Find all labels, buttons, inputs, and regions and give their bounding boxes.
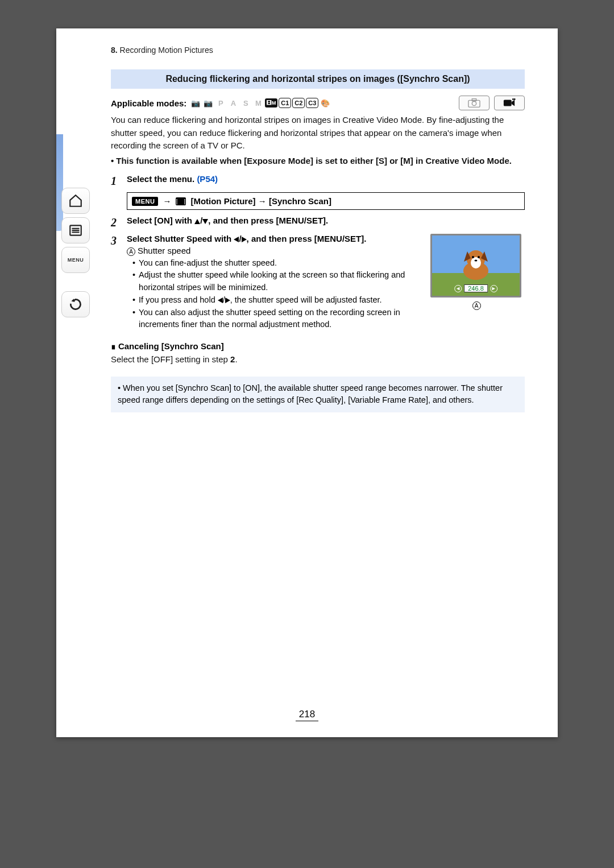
video-icon (503, 98, 516, 108)
svg-point-13 (472, 256, 474, 258)
step-num: 2 (111, 216, 127, 229)
section-title: Reducing flickering and horizontal strip… (111, 69, 525, 89)
cancel-c: . (235, 354, 237, 364)
sub-item-text: You can also adjust the shutter speed se… (139, 307, 424, 332)
step-1-link[interactable]: (P54) (197, 174, 218, 184)
right-icon (242, 237, 247, 242)
back-icon (68, 297, 83, 312)
breadcrumb: 8. Recording Motion Pictures (111, 46, 525, 55)
shutter-value: 246.8 (464, 284, 488, 292)
content: 8. Recording Motion Pictures Reducing fl… (95, 28, 541, 737)
mode-palette-icon: 🎨 (320, 97, 331, 109)
step-2-text: Select [ON] with /, and then press [MENU… (127, 216, 328, 225)
step-num: 1 (111, 174, 127, 188)
home-button[interactable] (61, 188, 90, 214)
mode-c3-icon: C3 (306, 98, 318, 108)
sub-item: If you press and hold /, the shutter spe… (132, 294, 424, 307)
value-bar: ◄ 246.8 ► (454, 284, 497, 292)
back-button[interactable] (61, 291, 90, 317)
breadcrumb-num: 8. (111, 46, 118, 55)
sub-item-text: If you press and hold /, the shutter spe… (139, 294, 382, 307)
modes-label: Applicable modes: (111, 98, 186, 108)
step-body: ◄ 246.8 ► A Select Shutter Speed with /,… (127, 234, 525, 331)
note-box: When you set [Synchro Scan] to [ON], the… (111, 377, 525, 413)
svg-rect-6 (472, 99, 476, 101)
mode-ia-icon: 📷 (190, 97, 201, 109)
dog-icon (456, 246, 496, 280)
camera-icon (468, 98, 480, 108)
film-icon (176, 197, 186, 205)
note-text: When you set [Synchro Scan] to [ON], the… (118, 382, 518, 407)
svg-point-15 (475, 259, 478, 261)
up-icon (194, 219, 200, 224)
mode-a-icon: A (227, 97, 239, 109)
page-number-text: 218 (296, 709, 318, 721)
step-body: Select [ON] with /, and then press [MENU… (127, 216, 525, 229)
steps: 1 Select the menu. (P54) MENU → [Motion … (111, 174, 525, 331)
viewer-background: MENU 8. Recording Motion Pictures Reduci… (0, 0, 614, 868)
right-icon (225, 297, 230, 303)
arrow-icon: → (163, 196, 171, 206)
step-num: 3 (111, 234, 127, 331)
step-body: Select the menu. (P54) (127, 174, 525, 188)
shutter-label: Shutter speed (138, 246, 190, 255)
svg-point-8 (512, 98, 514, 100)
intro-bullet: This function is available when [Exposur… (111, 155, 525, 168)
svg-point-12 (471, 257, 481, 268)
menu-chip: MENU (132, 197, 158, 206)
mode-c2-icon: C2 (292, 98, 305, 108)
list-icon (68, 223, 83, 238)
page: MENU 8. Recording Motion Pictures Reduci… (56, 28, 558, 737)
down-icon (202, 219, 208, 224)
intro-text: You can reduce flickering and horizontal… (111, 114, 525, 152)
svg-rect-7 (504, 100, 512, 106)
video-badge (494, 96, 525, 110)
menu-button[interactable]: MENU (61, 247, 90, 273)
cancel-heading: Canceling [Synchro Scan] (111, 341, 525, 351)
left-icon (234, 237, 239, 242)
step-1: 1 Select the menu. (P54) (111, 174, 525, 188)
mode-film-m-icon: 🎞M (265, 98, 277, 108)
left-icon (218, 297, 223, 303)
svg-point-5 (472, 101, 476, 105)
mode-m-icon: M (252, 97, 264, 109)
applicable-modes-row: Applicable modes: 📷 📷 P A S M 🎞M C1 C2 C… (111, 96, 525, 110)
step-3: 3 (111, 234, 525, 331)
sub-item-text: Adjust the shutter speed while looking a… (139, 269, 424, 294)
left-arrow-icon: ◄ (454, 285, 462, 292)
svg-point-14 (478, 256, 480, 258)
toc-button[interactable] (61, 217, 90, 243)
menu-path-text: [Motion Picture] → [Synchro Scan] (190, 196, 331, 206)
home-icon (68, 193, 83, 208)
breadcrumb-text: Recording Motion Pictures (120, 46, 213, 55)
step-1-text: Select the menu. (127, 174, 194, 184)
mode-icons: 📷 📷 P A S M 🎞M C1 C2 C3 🎨 (190, 97, 331, 109)
step-3-text: Select Shutter Speed with /, and then pr… (127, 234, 366, 243)
mode-s-icon: S (240, 97, 251, 109)
menu-path: MENU → [Motion Picture] → [Synchro Scan] (127, 192, 525, 210)
illus-label: A (430, 301, 525, 310)
right-arrow-icon: ► (490, 285, 497, 292)
mode-c1-icon: C1 (279, 98, 291, 108)
mode-badges (459, 96, 525, 110)
mode-p-icon: P (215, 97, 226, 109)
sub-item-text: You can fine-adjust the shutter speed. (139, 257, 277, 270)
sub-item: Adjust the shutter speed while looking a… (132, 269, 424, 294)
cancel-a: Select the [OFF] setting in step (111, 354, 230, 364)
svg-point-9 (514, 98, 516, 100)
cancel-body: Select the [OFF] setting in step 2. (111, 353, 525, 366)
step-2: 2 Select [ON] with /, and then press [ME… (111, 216, 525, 229)
screen-preview: ◄ 246.8 ► (430, 234, 521, 297)
label-a-icon: A (472, 301, 481, 310)
photo-badge (459, 96, 489, 110)
page-number: 218 (56, 709, 558, 720)
mode-iap-icon: 📷 (202, 97, 214, 109)
illustration: ◄ 246.8 ► A (430, 234, 525, 310)
circ-a-icon: A (127, 247, 135, 256)
sidebar: MENU (56, 188, 95, 317)
sub-item: You can fine-adjust the shutter speed. (132, 257, 424, 270)
sub-item: You can also adjust the shutter speed se… (132, 307, 424, 332)
